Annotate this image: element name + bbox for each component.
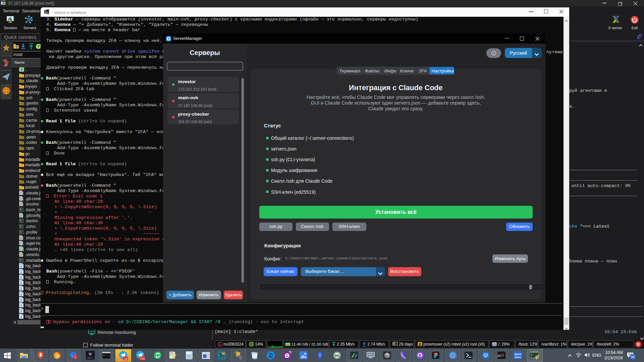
svg-text:R: R: [501, 353, 504, 358]
svg-text:715: 715: [140, 357, 145, 360]
svg-text:HS: HS: [335, 354, 339, 357]
svg-text:FRUTY: FRUTY: [87, 357, 94, 359]
svg-text:.26: .26: [124, 357, 128, 360]
svg-text:32: 32: [631, 355, 634, 359]
svg-text:C:\_: C:\_: [103, 354, 110, 357]
svg-text:2: 2: [74, 356, 76, 359]
svg-text:G: G: [286, 354, 289, 358]
svg-text:Quick: Quick: [515, 353, 522, 356]
svg-text:utmo: utmo: [515, 356, 521, 359]
svg-text:m: m: [497, 354, 501, 358]
